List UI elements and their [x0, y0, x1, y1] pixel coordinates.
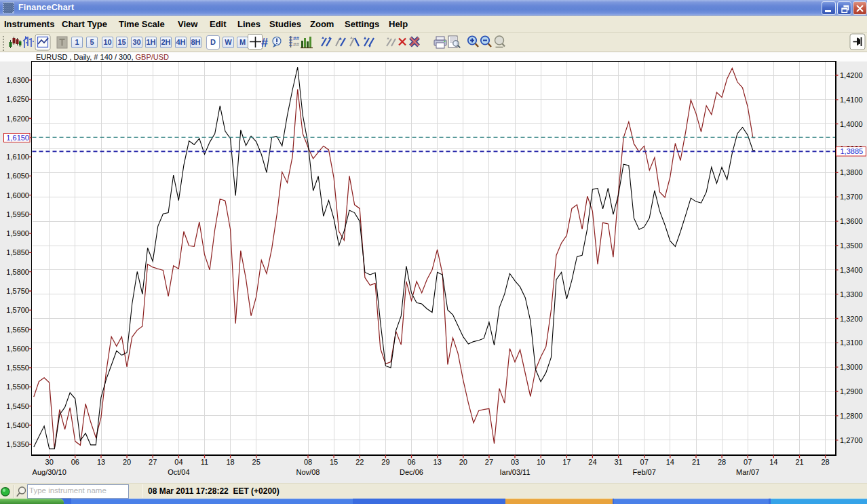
svg-text:1,3100: 1,3100 — [840, 338, 863, 347]
svg-text:27: 27 — [485, 458, 493, 466]
svg-text:24: 24 — [588, 458, 596, 466]
svg-text:21: 21 — [795, 458, 803, 466]
svg-text:06: 06 — [71, 458, 79, 466]
svg-text:1,5350: 1,5350 — [6, 440, 29, 448]
svg-text:1,3800: 1,3800 — [840, 168, 863, 176]
svg-text:Nov/08: Nov/08 — [296, 468, 320, 476]
svg-text:1,6050: 1,6050 — [6, 172, 29, 180]
svg-text:Feb/07: Feb/07 — [633, 468, 656, 476]
svg-text:Oct/04: Oct/04 — [168, 468, 189, 476]
svg-text:13: 13 — [97, 458, 105, 466]
svg-text:1,6100: 1,6100 — [6, 153, 29, 161]
svg-text:06: 06 — [407, 458, 415, 466]
svg-text:Aug/30/10: Aug/30/10 — [33, 468, 66, 476]
svg-text:1,6200: 1,6200 — [6, 115, 29, 123]
svg-text:1,5650: 1,5650 — [6, 326, 29, 334]
svg-text:1,5700: 1,5700 — [6, 306, 29, 314]
svg-text:21: 21 — [692, 458, 700, 466]
svg-text:1,4200: 1,4200 — [840, 71, 863, 79]
svg-text:1,5900: 1,5900 — [6, 229, 29, 237]
svg-text:04: 04 — [174, 458, 182, 466]
svg-text:1,5850: 1,5850 — [6, 248, 29, 256]
svg-text:13: 13 — [434, 458, 442, 466]
svg-text:1,4000: 1,4000 — [840, 120, 863, 128]
svg-text:07: 07 — [744, 458, 752, 466]
svg-text:1,3885: 1,3885 — [841, 147, 864, 155]
svg-text:07: 07 — [640, 458, 649, 466]
svg-text:22: 22 — [355, 458, 364, 466]
svg-text:20: 20 — [459, 458, 467, 466]
svg-text:31: 31 — [614, 458, 622, 466]
svg-text:25: 25 — [252, 458, 261, 466]
svg-text:##: ## — [293, 41, 299, 47]
svg-text:30: 30 — [45, 458, 54, 466]
svg-text:1,2800: 1,2800 — [840, 412, 863, 420]
svg-text:1,3200: 1,3200 — [840, 315, 863, 323]
svg-text:1,2700: 1,2700 — [840, 436, 863, 444]
svg-text:##: ## — [293, 35, 299, 41]
svg-text:08: 08 — [304, 458, 312, 466]
svg-text:14: 14 — [769, 458, 777, 466]
svg-text:28: 28 — [718, 458, 726, 466]
svg-text:Ian/03/11: Ian/03/11 — [499, 468, 530, 476]
svg-text:1,4100: 1,4100 — [840, 96, 863, 104]
svg-text:1,3600: 1,3600 — [840, 217, 863, 225]
svg-text:1,3700: 1,3700 — [840, 193, 863, 201]
svg-text:27: 27 — [149, 458, 157, 466]
svg-text:14: 14 — [666, 458, 674, 466]
svg-text:1,2900: 1,2900 — [840, 387, 863, 395]
svg-text:1,6300: 1,6300 — [6, 76, 29, 84]
svg-text:1,6000: 1,6000 — [6, 191, 29, 199]
svg-text:#: # — [261, 36, 268, 50]
svg-text:1,3500: 1,3500 — [840, 241, 863, 250]
svg-text:28: 28 — [821, 458, 829, 466]
svg-text:1,6150: 1,6150 — [6, 134, 29, 142]
svg-text:18: 18 — [226, 458, 234, 466]
svg-text:29: 29 — [381, 458, 389, 466]
svg-text:1,5950: 1,5950 — [6, 210, 29, 218]
svg-text:1,5750: 1,5750 — [6, 287, 29, 295]
svg-text:Dec/06: Dec/06 — [400, 468, 423, 476]
svg-text:1,3000: 1,3000 — [840, 363, 863, 371]
svg-text:1,3300: 1,3300 — [840, 290, 863, 298]
svg-text:1,5600: 1,5600 — [6, 345, 29, 353]
svg-text:20: 20 — [123, 458, 131, 466]
svg-text:1,5450: 1,5450 — [6, 402, 29, 410]
svg-text:1,5500: 1,5500 — [6, 383, 29, 391]
svg-text:11: 11 — [201, 458, 208, 466]
svg-text:1,5800: 1,5800 — [6, 268, 29, 276]
svg-text:03: 03 — [511, 458, 519, 466]
svg-text:EURUSD , Daily, # 140 / 300, G: EURUSD , Daily, # 140 / 300, GBP/USD — [36, 53, 169, 61]
svg-text:17: 17 — [562, 458, 571, 466]
svg-text:Mar/07: Mar/07 — [736, 468, 759, 476]
svg-text:1,3400: 1,3400 — [840, 266, 863, 274]
svg-text:1,5550: 1,5550 — [6, 364, 29, 372]
svg-text:1,5400: 1,5400 — [6, 421, 29, 429]
svg-text:15: 15 — [330, 458, 338, 466]
svg-text:1,6250: 1,6250 — [6, 95, 29, 103]
svg-text:10: 10 — [537, 458, 545, 466]
